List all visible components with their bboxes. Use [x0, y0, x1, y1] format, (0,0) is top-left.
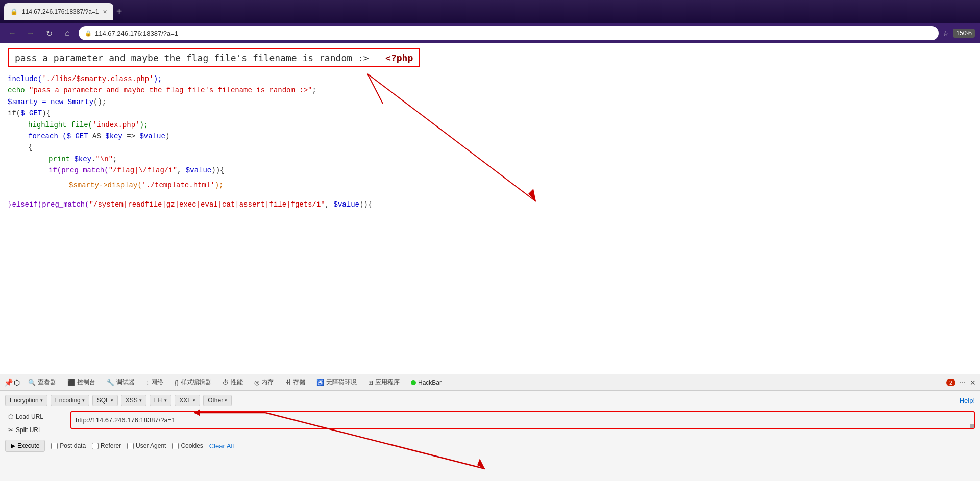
accessibility-icon: ♿ [316, 379, 324, 386]
code-line-7: { [8, 142, 972, 153]
lfi-label: LFI [154, 397, 163, 404]
encoding-dropdown[interactable]: Encoding ▾ [51, 395, 89, 406]
back-btn[interactable]: ← [5, 29, 19, 38]
debugger-icon: 🔧 [107, 379, 114, 386]
devtab-accessibility[interactable]: ♿ 无障碍环境 [311, 376, 362, 389]
encryption-dropdown[interactable]: Encryption ▾ [5, 395, 47, 406]
xss-arrow: ▾ [139, 398, 142, 403]
other-label: Other [208, 397, 223, 404]
php-tag: <?php [385, 53, 413, 63]
url-input[interactable] [74, 414, 972, 426]
encryption-label: Encryption [10, 397, 39, 404]
output-text: pass a parameter and maybe the flag file… [15, 53, 369, 63]
lfi-arrow: ▾ [164, 398, 167, 403]
clear-all-btn[interactable]: Clear All [209, 442, 234, 450]
url-area: ⬡ Load URL ✂ Split URL [5, 411, 975, 436]
inspector-icon: 🔍 [28, 379, 36, 386]
tab-bar: 🔒 114.67.246.176:18387/?a=1 × + [4, 0, 976, 23]
code-line-10: $smarty->display('./template.html'); [8, 180, 972, 191]
post-data-label[interactable]: Post data [51, 442, 86, 449]
xxe-arrow: ▾ [193, 398, 195, 403]
other-arrow: ▾ [225, 398, 227, 403]
code-line-11: }elseif(preg_match("/system|readfile|gz|… [8, 199, 972, 210]
zoom-level: 150% [953, 29, 975, 38]
devtools-overflow-btn[interactable]: ⋯ [960, 379, 966, 386]
network-icon: ↕ [146, 379, 149, 386]
execute-btn[interactable]: ▶ Execute [5, 440, 45, 452]
storage-icon: 🗄 [285, 379, 291, 386]
app-icon: ⊞ [368, 379, 373, 386]
home-btn[interactable]: ⌂ [60, 29, 75, 38]
referer-checkbox[interactable] [92, 443, 99, 449]
tab-favicon: 🔒 [10, 8, 18, 15]
forward-btn[interactable]: → [23, 29, 38, 38]
devtools-pin-icon[interactable]: 📌 [4, 378, 13, 387]
browser-chrome: 🔒 114.67.246.176:18387/?a=1 × + [0, 0, 980, 23]
code-line-2: echo "pass a parameter and maybe the fla… [8, 85, 972, 96]
sql-label: SQL [97, 397, 109, 404]
devtab-hackbar[interactable]: HackBar [406, 377, 447, 388]
user-agent-label[interactable]: User Agent [127, 442, 166, 449]
devtab-debugger[interactable]: 🔧 调试器 [102, 376, 140, 389]
cookies-checkbox[interactable] [172, 443, 179, 449]
bookmark-icon[interactable]: ☆ [943, 30, 949, 37]
code-line-4: if($_GET){ [8, 108, 972, 119]
devtools-close-btn[interactable]: ✕ [970, 378, 976, 387]
split-url-icon: ✂ [8, 426, 13, 434]
devtab-memory[interactable]: ◎ 内存 [249, 376, 279, 389]
devtools-panel: 📌 ⬡ 🔍 查看器 ⬛ 控制台 🔧 调试器 ↕ 网络 {} 样式编辑器 ⏱ 性能… [0, 374, 980, 481]
address-bar[interactable]: 🔒 114.67.246.176:18387/?a=1 [79, 26, 939, 40]
tab-close-btn[interactable]: × [103, 8, 107, 16]
load-url-btn[interactable]: ⬡ Load URL [5, 411, 66, 422]
code-line-1: include('./libs/$smarty.class.php'); [8, 73, 972, 85]
devtab-app[interactable]: ⊞ 应用程序 [363, 376, 405, 389]
url-resize-handle[interactable] [970, 424, 974, 428]
cookies-label[interactable]: Cookies [172, 442, 203, 449]
devtools-right-controls: 2 ⋯ ✕ [946, 378, 976, 387]
devtab-style-editor[interactable]: {} 样式编辑器 [169, 376, 216, 389]
devtools-tab-bar: 📌 ⬡ 🔍 查看器 ⬛ 控制台 🔧 调试器 ↕ 网络 {} 样式编辑器 ⏱ 性能… [0, 374, 980, 391]
devtab-console[interactable]: ⬛ 控制台 [62, 376, 101, 389]
style-editor-icon: {} [175, 379, 179, 386]
sql-arrow: ▾ [111, 398, 113, 403]
php-output-box: pass a parameter and maybe the flag file… [8, 48, 420, 67]
xss-label: XSS [126, 397, 138, 404]
xxe-dropdown[interactable]: XXE ▾ [175, 395, 200, 406]
code-line-8: print $key."\n"; [8, 154, 972, 165]
console-icon: ⬛ [67, 379, 75, 386]
encoding-label: Encoding [55, 397, 81, 404]
new-tab-btn[interactable]: + [116, 6, 122, 17]
split-url-btn[interactable]: ✂ Split URL [5, 424, 66, 436]
code-display: include('./libs/$smarty.class.php'); ech… [8, 73, 972, 210]
devtab-inspector[interactable]: 🔍 查看器 [23, 376, 61, 389]
active-tab[interactable]: 🔒 114.67.246.176:18387/?a=1 × [4, 3, 113, 20]
url-sidebar: ⬡ Load URL ✂ Split URL [5, 411, 66, 436]
code-line-6: foreach ($_GET AS $key => $value) [8, 131, 972, 142]
tab-title: 114.67.246.176:18387/?a=1 [22, 8, 99, 15]
reload-btn[interactable]: ↻ [42, 29, 56, 38]
page-content: pass a parameter and maybe the flag file… [0, 43, 980, 374]
devtools-popout-icon[interactable]: ⬡ [14, 378, 20, 387]
encoding-arrow: ▾ [82, 398, 85, 403]
help-link[interactable]: Help! [960, 397, 975, 404]
other-dropdown[interactable]: Other ▾ [203, 395, 232, 406]
post-data-checkbox[interactable] [51, 443, 58, 449]
devtab-storage[interactable]: 🗄 存储 [280, 376, 310, 389]
lfi-dropdown[interactable]: LFI ▾ [150, 395, 172, 406]
sql-dropdown[interactable]: SQL ▾ [92, 395, 118, 406]
address-bar-icons: ☆ 150% [943, 29, 975, 38]
memory-icon: ◎ [254, 379, 259, 386]
devtab-performance[interactable]: ⏱ 性能 [217, 376, 248, 389]
hackbar-toolbar: Encryption ▾ Encoding ▾ SQL ▾ XSS ▾ LFI … [5, 394, 975, 407]
load-url-icon: ⬡ [8, 413, 13, 420]
devtab-network[interactable]: ↕ 网络 [141, 376, 168, 389]
xss-dropdown[interactable]: XSS ▾ [121, 395, 146, 406]
code-line-9: if(preg_match("/flag|\/flag/i", $value))… [8, 165, 972, 176]
xxe-label: XXE [179, 397, 191, 404]
hackbar-content: Encryption ▾ Encoding ▾ SQL ▾ XSS ▾ LFI … [0, 391, 980, 481]
execute-row: ▶ Execute Post data Referer User Agent C… [5, 438, 975, 454]
user-agent-checkbox[interactable] [127, 443, 134, 449]
address-bar-row: ← → ↻ ⌂ 🔒 114.67.246.176:18387/?a=1 ☆ 15… [0, 23, 980, 43]
referer-label[interactable]: Referer [92, 442, 121, 449]
url-display: 114.67.246.176:18387/?a=1 [95, 30, 178, 37]
